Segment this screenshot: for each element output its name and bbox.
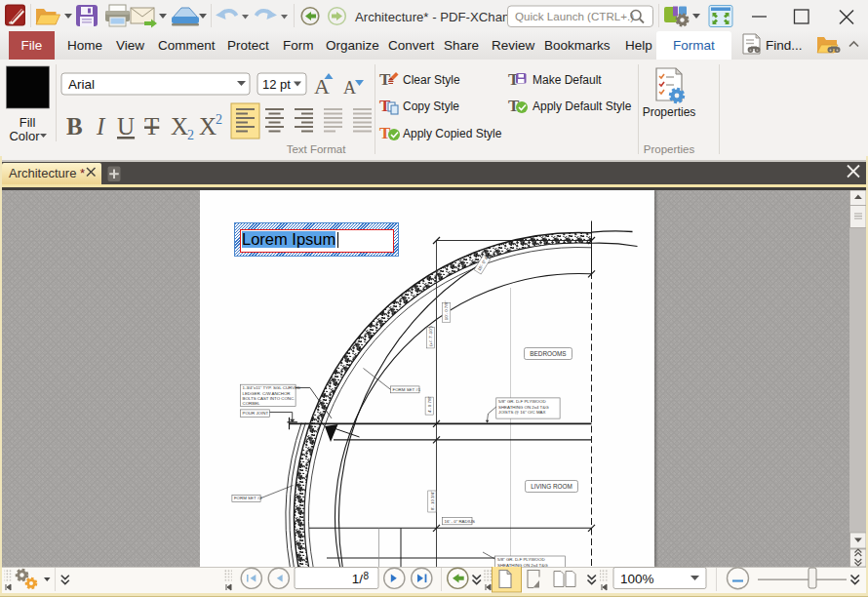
- svg-text:I: I: [96, 113, 106, 139]
- svg-text:4'- 0 7/8": 4'- 0 7/8": [426, 395, 431, 413]
- svg-text:Properties: Properties: [643, 105, 696, 119]
- svg-text:2: 2: [216, 112, 222, 127]
- svg-text:LIVING ROOM: LIVING ROOM: [531, 483, 572, 490]
- svg-text:CORBEL: CORBEL: [242, 401, 260, 406]
- svg-text:Properties: Properties: [644, 143, 695, 155]
- svg-text:Make Default: Make Default: [533, 73, 602, 87]
- svg-text:Arial: Arial: [68, 77, 95, 92]
- svg-text:FORM SET #2: FORM SET #2: [233, 496, 261, 500]
- svg-text:X: X: [199, 113, 217, 139]
- svg-text:B: B: [66, 113, 83, 139]
- svg-text:Fill: Fill: [20, 115, 36, 130]
- svg-text:Clear Style: Clear Style: [403, 73, 460, 87]
- svg-text:X: X: [171, 113, 188, 139]
- svg-text:Text Format: Text Format: [287, 143, 347, 155]
- svg-text:16' - 0" RADIUS: 16' - 0" RADIUS: [444, 519, 475, 524]
- svg-text:Find...: Find...: [766, 38, 803, 53]
- svg-text:BEDROOMS: BEDROOMS: [530, 350, 566, 357]
- svg-text:8: 8: [364, 571, 370, 581]
- svg-text:Quick Launch (CTRL+.): Quick Launch (CTRL+.): [515, 10, 634, 22]
- svg-text:Color: Color: [9, 129, 40, 143]
- svg-text:FORM SET #1: FORM SET #1: [392, 387, 420, 392]
- svg-text:T: T: [144, 113, 159, 139]
- svg-text:JOISTS @ 16" O/C MAX: JOISTS @ 16" O/C MAX: [498, 410, 546, 415]
- svg-text:2: 2: [187, 128, 194, 142]
- svg-text:100%: 100%: [620, 572, 654, 586]
- svg-text:Apply Default Style: Apply Default Style: [533, 100, 632, 113]
- svg-text:Apply Copied Style: Apply Copied Style: [403, 127, 502, 140]
- svg-text:Copy Style: Copy Style: [403, 100, 459, 113]
- svg-text:8'- 10 3/4": 8'- 10 3/4": [429, 491, 434, 510]
- svg-text:1/: 1/: [352, 572, 364, 586]
- svg-text:A: A: [343, 78, 356, 98]
- svg-text:12 pt: 12 pt: [262, 77, 291, 92]
- svg-text:U: U: [117, 113, 135, 139]
- svg-text:POUR JOINT: POUR JOINT: [242, 411, 268, 416]
- svg-text:Architecture* - PDF-XChan...: Architecture* - PDF-XChan...: [355, 10, 520, 24]
- svg-text:10'- 0 7/8": 10'- 0 7/8": [444, 300, 449, 320]
- svg-text:(+/- 7'-10"): (+/- 7'-10"): [428, 326, 433, 346]
